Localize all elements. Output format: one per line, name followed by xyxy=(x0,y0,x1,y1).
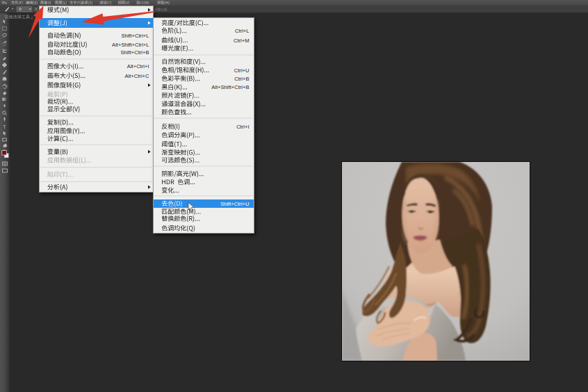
svg-text:.j: .j xyxy=(31,15,33,19)
